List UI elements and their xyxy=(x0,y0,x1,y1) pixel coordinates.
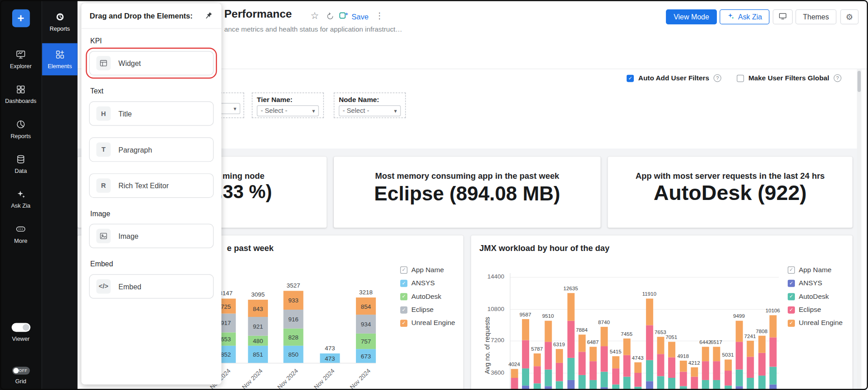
bar-segment-ansys[interactable] xyxy=(522,385,529,390)
settings-button[interactable]: ⚙ xyxy=(840,9,859,24)
ask-zia-button[interactable]: Ask Zia xyxy=(720,9,769,24)
bar-segment-autodesk[interactable]: 480 xyxy=(248,336,268,346)
bar-segment-autodesk[interactable] xyxy=(578,375,586,389)
bar-segment-autodesk[interactable] xyxy=(612,385,619,390)
legend-checkbox[interactable]: ✓ xyxy=(400,266,407,274)
more-options-icon[interactable]: ⋮ xyxy=(375,10,383,20)
bar-segment-eclipse[interactable]: 916 xyxy=(283,310,303,329)
sidebar-item-dashboards[interactable]: Dashboards xyxy=(0,84,42,104)
rail-item-reports[interactable]: Reports xyxy=(42,8,78,35)
save-button[interactable]: Save xyxy=(339,12,369,22)
bar-segment-ansys[interactable]: 850 xyxy=(283,346,303,363)
bar-segment-unreal-engine[interactable]: 854 xyxy=(356,297,376,315)
bar-segment-eclipse[interactable] xyxy=(758,353,766,376)
sidebar-item-ask-zia[interactable]: Ask Zia xyxy=(0,189,42,209)
bar-segment-eclipse[interactable] xyxy=(511,378,518,390)
bar-segment-unreal-engine[interactable] xyxy=(691,367,698,377)
sidebar-item-more[interactable]: More xyxy=(0,224,42,244)
bar-segment-autodesk[interactable] xyxy=(668,378,675,390)
favorite-star-icon[interactable]: ☆ xyxy=(310,10,319,22)
bar-segment-eclipse[interactable] xyxy=(736,342,743,369)
bar-segment-unreal-engine[interactable] xyxy=(568,293,575,320)
element-tile-title[interactable]: HTitle xyxy=(89,102,214,126)
element-tile-rich-text-editor[interactable]: RRich Text Editor xyxy=(89,173,214,198)
bar-segment-ansys[interactable] xyxy=(545,386,552,390)
bar-segment-ansys[interactable] xyxy=(600,387,608,390)
create-button[interactable]: + xyxy=(12,9,29,27)
bar-segment-unreal-engine[interactable]: 933 xyxy=(283,291,303,310)
node-name-select[interactable]: - Select - ▾ xyxy=(339,105,401,116)
bar-segment-eclipse[interactable] xyxy=(668,358,675,378)
bar-segment-eclipse[interactable] xyxy=(590,361,597,380)
legend-checkbox[interactable]: ✓ xyxy=(788,306,795,313)
bar-segment-autodesk[interactable] xyxy=(522,368,529,385)
legend-item-ansys[interactable]: ✓ANSYS xyxy=(400,279,455,287)
legend-checkbox[interactable]: ✓ xyxy=(400,293,407,300)
legend-title-item[interactable]: ✓App Name xyxy=(400,266,455,274)
kpi-card-server-requests[interactable]: App with most server requests in the las… xyxy=(608,157,852,228)
bar-segment-ansys[interactable] xyxy=(568,380,575,390)
bar-segment-unreal-engine[interactable] xyxy=(600,327,608,346)
legend-item-eclipse[interactable]: ✓Eclipse xyxy=(400,306,455,313)
bar-segment-unreal-engine[interactable] xyxy=(623,339,631,355)
bar-segment-unreal-engine[interactable] xyxy=(747,341,754,357)
bar-segment-eclipse[interactable] xyxy=(691,377,698,389)
bar-segment-unreal-engine[interactable] xyxy=(646,299,653,325)
legend-checkbox[interactable]: ✓ xyxy=(400,279,407,287)
bar-segment-autodesk[interactable]: 828 xyxy=(283,329,303,346)
bar-segment-autodesk[interactable] xyxy=(657,376,664,389)
pin-icon[interactable] xyxy=(204,11,213,21)
bar-segment-ansys[interactable]: 673 xyxy=(356,349,376,363)
help-icon[interactable]: ? xyxy=(834,74,841,82)
legend-checkbox[interactable]: ✓ xyxy=(400,320,407,327)
bar-segment-autodesk[interactable] xyxy=(556,381,563,390)
auto-add-user-filters-checkbox[interactable]: ✓ xyxy=(627,74,634,82)
bar-segment-ansys[interactable] xyxy=(736,386,743,390)
bar-segment-autodesk[interactable] xyxy=(770,367,777,384)
bar-segment-autodesk[interactable] xyxy=(568,358,575,380)
bar-segment-eclipse[interactable] xyxy=(578,352,586,375)
make-user-filters-global-checkbox[interactable]: ✓ xyxy=(737,74,744,82)
bar-segment-unreal-engine[interactable] xyxy=(556,349,563,363)
bar-segment-eclipse[interactable] xyxy=(612,368,619,385)
bar-segment-unreal-engine[interactable] xyxy=(758,336,766,353)
bar-segment-eclipse[interactable]: 934 xyxy=(356,315,376,334)
bar-segment-eclipse[interactable] xyxy=(568,321,575,358)
bar-segment-autodesk[interactable] xyxy=(736,370,743,386)
sidebar-item-explorer[interactable]: Explorer xyxy=(0,49,42,69)
bar-segment-eclipse[interactable] xyxy=(747,357,754,378)
bar-segment-eclipse[interactable] xyxy=(702,361,709,380)
view-mode-button[interactable]: View Mode xyxy=(666,9,717,24)
bar-segment-autodesk[interactable] xyxy=(680,386,687,390)
bar-segment-autodesk[interactable] xyxy=(725,385,732,390)
bar-segment-unreal-engine[interactable] xyxy=(534,353,541,366)
bar-segment-ansys[interactable] xyxy=(770,385,777,390)
bar-segment-eclipse[interactable]: 921 xyxy=(248,317,268,336)
bar-segment-autodesk[interactable] xyxy=(534,383,541,390)
bar-segment-unreal-engine[interactable] xyxy=(770,315,777,337)
legend-item-autodesk[interactable]: ✓AutoDesk xyxy=(788,292,843,300)
tier-name-select[interactable]: - Select - ▾ xyxy=(257,105,319,116)
bar-segment-autodesk[interactable]: 757 xyxy=(356,334,376,349)
bar-segment-eclipse[interactable] xyxy=(534,366,541,383)
bar-segment-autodesk[interactable] xyxy=(758,376,766,390)
bar-segment-eclipse[interactable] xyxy=(680,372,687,386)
bar-segment-unreal-engine[interactable] xyxy=(725,360,732,371)
legend-item-unreal-engine[interactable]: ✓Unreal Engine xyxy=(788,319,843,327)
legend-title-item[interactable]: ✓App Name xyxy=(788,266,843,274)
legend-item-autodesk[interactable]: ✓AutoDesk xyxy=(400,292,455,300)
legend-checkbox[interactable]: ✓ xyxy=(400,306,407,313)
legend-checkbox[interactable]: ✓ xyxy=(788,320,795,327)
help-icon[interactable]: ? xyxy=(714,74,721,82)
bar-segment-autodesk[interactable] xyxy=(634,387,642,390)
bar-segment-eclipse[interactable] xyxy=(657,354,664,376)
sidebar-item-data[interactable]: Data xyxy=(0,154,42,174)
legend-checkbox[interactable]: ✓ xyxy=(788,266,795,274)
bar-segment-unreal-engine[interactable] xyxy=(612,356,619,368)
vertical-scrollbar[interactable] xyxy=(857,69,861,389)
element-tile-widget[interactable]: Widget xyxy=(89,51,214,75)
kpi-card-memory-app[interactable]: Most memory consuming app in the past we… xyxy=(334,157,600,228)
bar-segment-autodesk[interactable] xyxy=(623,377,631,390)
element-tile-embed[interactable]: </>Embed xyxy=(89,274,214,299)
bar-segment-ansys[interactable] xyxy=(646,381,653,390)
